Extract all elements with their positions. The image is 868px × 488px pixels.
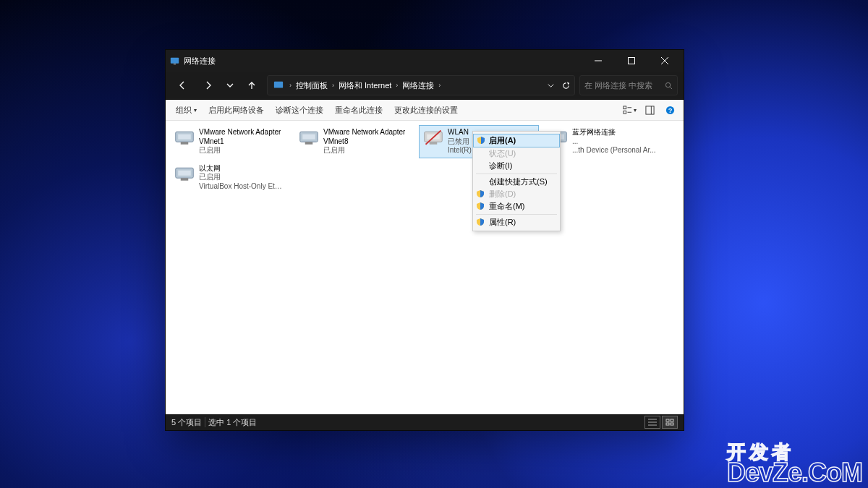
adapter-ethernet[interactable]: 以太网 已启用 VirtualBox Host-Only Ethernet ..… — [170, 161, 290, 194]
menu-separator — [476, 174, 557, 174]
back-button[interactable] — [171, 75, 193, 95]
svg-rect-7 — [274, 82, 283, 88]
navigation-bar: › 控制面板 › 网络和 Internet › 网络连接 › 在 网络连接 中搜… — [166, 72, 684, 100]
watermark: 开 发 者 DevZe.CoM — [727, 444, 862, 484]
svg-rect-26 — [430, 142, 438, 145]
maximize-button[interactable] — [617, 50, 650, 72]
svg-point-8 — [665, 82, 670, 87]
app-icon — [170, 56, 179, 66]
item-count: 5 个项目 — [171, 417, 202, 428]
separator — [205, 417, 205, 427]
details-view-button[interactable] — [644, 416, 660, 429]
svg-rect-38 — [666, 423, 669, 425]
network-adapter-icon — [174, 128, 195, 148]
svg-rect-19 — [178, 134, 191, 140]
chevron-right-icon: › — [393, 82, 401, 89]
help-button[interactable]: ? — [660, 102, 679, 118]
shield-icon — [476, 189, 485, 198]
search-input[interactable]: 在 网络连接 中搜索 — [579, 75, 678, 95]
status-bar: 5 个项目 选中 1 个项目 — [166, 414, 684, 430]
close-button[interactable] — [650, 50, 684, 72]
adapter-vmnet1[interactable]: VMware Network Adapter VMnet1 已启用 — [170, 125, 290, 158]
svg-rect-10 — [623, 106, 626, 108]
svg-rect-3 — [629, 58, 635, 64]
svg-text:?: ? — [668, 107, 672, 114]
address-bar[interactable]: › 控制面板 › 网络和 Internet › 网络连接 › — [267, 75, 575, 95]
shield-icon — [476, 202, 485, 210]
menu-separator — [476, 214, 557, 215]
svg-rect-23 — [305, 142, 313, 145]
change-settings-button[interactable]: 更改此连接的设置 — [388, 100, 464, 120]
menu-delete: 删除(D) — [473, 188, 560, 200]
network-adapter-icon — [299, 128, 319, 148]
network-adapter-disabled-icon — [423, 128, 443, 148]
svg-rect-0 — [171, 57, 179, 63]
context-menu: 启用(A) 状态(U) 诊断(I) 创建快捷方式(S) 删除(D) 重命名(M)… — [472, 131, 561, 231]
window-title: 网络连接 — [184, 56, 216, 67]
menu-properties[interactable]: 属性(R) — [473, 216, 560, 228]
view-options-button[interactable]: ▾ — [620, 102, 639, 118]
chevron-down-icon[interactable] — [547, 82, 555, 90]
svg-rect-22 — [302, 134, 315, 140]
svg-rect-32 — [181, 178, 189, 181]
chevron-right-icon: › — [435, 82, 443, 89]
svg-rect-11 — [623, 111, 626, 114]
menu-rename[interactable]: 重命名(M) — [473, 200, 560, 213]
large-icons-view-button[interactable] — [662, 416, 678, 429]
svg-rect-37 — [671, 419, 673, 421]
svg-rect-14 — [645, 106, 653, 114]
menu-create-shortcut[interactable]: 创建快捷方式(S) — [473, 176, 560, 188]
diagnose-connection-button[interactable]: 诊断这个连接 — [270, 100, 329, 120]
preview-pane-button[interactable] — [640, 102, 659, 118]
organize-menu[interactable]: 组织 ▾ — [170, 100, 203, 120]
svg-rect-36 — [666, 419, 669, 421]
command-bar: 组织 ▾ 启用此网络设备 诊断这个连接 重命名此连接 更改此连接的设置 ▾ ? — [166, 100, 684, 121]
location-icon — [273, 80, 284, 90]
breadcrumb-control-panel[interactable]: 控制面板 — [294, 80, 329, 91]
adapter-bluetooth[interactable]: 蓝牙网络连接 ... ...th Device (Personal Ar... — [543, 125, 663, 158]
svg-rect-20 — [181, 142, 189, 145]
adapter-list: VMware Network Adapter VMnet1 已启用 VMware… — [166, 121, 684, 198]
network-connections-window: 网络连接 › 控制面板 › — [165, 49, 684, 431]
menu-enable[interactable]: 启用(A) — [473, 134, 560, 147]
up-button[interactable] — [241, 75, 263, 95]
chevron-right-icon: › — [286, 82, 294, 89]
shield-icon — [476, 218, 485, 226]
menu-diagnose[interactable]: 诊断(I) — [473, 160, 560, 172]
rename-connection-button[interactable]: 重命名此连接 — [329, 100, 388, 120]
minimize-button[interactable] — [584, 50, 617, 72]
shield-icon — [477, 136, 485, 145]
search-placeholder: 在 网络连接 中搜索 — [584, 80, 652, 91]
enable-device-button[interactable]: 启用此网络设备 — [203, 100, 270, 120]
svg-rect-1 — [174, 63, 176, 64]
search-icon — [665, 82, 673, 90]
forward-button[interactable] — [197, 75, 219, 95]
svg-rect-39 — [671, 423, 673, 425]
breadcrumb-network-connections[interactable]: 网络连接 — [401, 80, 435, 91]
selection-count: 选中 1 个项目 — [208, 417, 257, 428]
content-area: VMware Network Adapter VMnet1 已启用 VMware… — [166, 121, 684, 414]
chevron-right-icon: › — [329, 82, 337, 89]
menu-status: 状态(U) — [473, 147, 560, 160]
adapter-vmnet8[interactable]: VMware Network Adapter VMnet8 已启用 — [294, 125, 414, 158]
titlebar: 网络连接 — [166, 50, 684, 72]
recent-dropdown[interactable] — [224, 75, 237, 95]
svg-line-9 — [670, 87, 672, 89]
refresh-icon[interactable] — [562, 82, 570, 90]
breadcrumb-network-internet[interactable]: 网络和 Internet — [337, 80, 393, 91]
network-adapter-icon — [174, 164, 195, 184]
svg-rect-31 — [178, 170, 191, 175]
